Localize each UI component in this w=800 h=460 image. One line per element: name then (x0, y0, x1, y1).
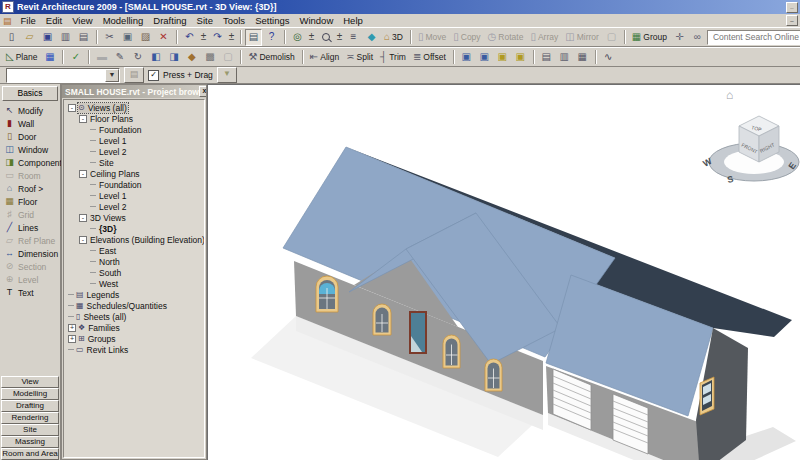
design-bar-header-basics[interactable]: Basics (2, 86, 58, 101)
split-face-2-button[interactable]: ◨ (165, 49, 182, 66)
menu-tools[interactable]: Tools (218, 14, 250, 27)
collapse-icon[interactable]: - (68, 104, 76, 112)
dynamic-view-dropdown[interactable]: ± (307, 29, 316, 46)
tree-item-families[interactable]: +❖Families (64, 322, 204, 333)
eyedropper-button[interactable]: ✎ (111, 49, 128, 66)
menu-edit[interactable]: Edit (41, 14, 67, 27)
element-properties-button[interactable]: ▤ (124, 67, 144, 83)
tree-item-west[interactable]: West (64, 278, 204, 289)
view-compass[interactable]: W S E TOP FRONT RIGHT ⌂ (701, 88, 799, 185)
cut-button[interactable]: ✂ (101, 29, 118, 46)
redo-button[interactable]: ↷ (209, 29, 226, 46)
menu-file[interactable]: File (16, 14, 41, 27)
tree-item-level-1[interactable]: Level 1 (64, 190, 204, 201)
tree-item-south[interactable]: South (64, 267, 204, 278)
demolish-button[interactable]: ⚒Demolish (245, 49, 297, 66)
tree-item-east[interactable]: East (64, 245, 204, 256)
paste-to-level-button[interactable]: ▣ (512, 49, 529, 66)
sidebar-item-dimension[interactable]: ↔Dimension (0, 247, 60, 260)
sidebar-item-lines[interactable]: ╱Lines (0, 221, 60, 234)
tab-massing[interactable]: Massing (1, 436, 59, 448)
sidebar-item-component[interactable]: ◨Component (0, 156, 60, 169)
zoom-dropdown[interactable]: ± (335, 29, 344, 46)
save-button[interactable]: ▣ (39, 29, 56, 46)
tree-item-level-2[interactable]: Level 2 (64, 201, 204, 212)
dynamic-view-button[interactable]: ◎ (289, 29, 306, 46)
tab-rendering[interactable]: Rendering (1, 412, 59, 424)
align-button[interactable]: ⇤Align (307, 49, 342, 66)
collapse-icon[interactable]: - (79, 170, 87, 178)
group-button[interactable]: ▦Group (629, 29, 670, 46)
tree-item-level-1[interactable]: Level 1 (64, 135, 204, 146)
expand-icon[interactable]: + (68, 335, 76, 343)
content-search-box[interactable] (707, 30, 800, 45)
split-button[interactable]: ≍Split (343, 49, 376, 66)
tree-item-ceiling-plans[interactable]: -Ceiling Plans (64, 168, 204, 179)
work-plane-button[interactable]: ◺Plane (3, 49, 40, 66)
tree-item-3d-views[interactable]: -3D Views (64, 212, 204, 223)
collapse-icon[interactable]: - (79, 115, 87, 123)
tree-item-foundation[interactable]: Foundation (64, 124, 204, 135)
close-icon[interactable]: x (199, 86, 206, 97)
spelling-button[interactable]: ✓ (67, 49, 84, 66)
tree-item-legends[interactable]: ▤Legends (64, 289, 204, 300)
press-drag-checkbox[interactable]: ✓ (148, 70, 159, 81)
menu-settings[interactable]: Settings (250, 14, 294, 27)
tab-site[interactable]: Site (1, 424, 59, 436)
sidebar-item-modify[interactable]: ↖Modify (0, 104, 60, 117)
collapse-icon[interactable]: - (79, 236, 87, 244)
sidebar-item-door[interactable]: ▯Door (0, 130, 60, 143)
rotate-small-button[interactable]: ↻ (129, 49, 146, 66)
expand-icon[interactable]: + (68, 324, 76, 332)
edit-cut-profile-button[interactable]: ▤ (538, 49, 555, 66)
content-search-input[interactable] (711, 31, 800, 43)
paste-aligned-button[interactable]: ▣ (476, 49, 493, 66)
menu-help[interactable]: Help (338, 14, 368, 27)
print-preview-button[interactable]: ▥ (57, 29, 74, 46)
view-cube[interactable]: TOP FRONT RIGHT (739, 116, 779, 162)
drawing-area[interactable]: W S E TOP FRONT RIGHT ⌂ (207, 84, 800, 460)
collapse-icon[interactable]: - (79, 214, 87, 222)
menu-site[interactable]: Site (192, 14, 218, 27)
copy-to-clipboard-button[interactable]: ▣ (458, 49, 475, 66)
chevron-down-icon[interactable]: ▼ (105, 69, 119, 82)
menu-window[interactable]: Window (294, 14, 338, 27)
cut-profile-button[interactable]: ▥ (556, 49, 573, 66)
tree-item-sheets-all[interactable]: ▯Sheets (all) (64, 311, 204, 322)
zoom-button[interactable] (317, 29, 334, 46)
paste-button[interactable]: ▨ (137, 29, 154, 46)
tree-item-views-all[interactable]: -⊙Views (all) (64, 102, 204, 113)
type-selector-combo[interactable]: ▼ (6, 68, 120, 83)
restore-window-button[interactable]: _ (786, 15, 798, 26)
copy-to-level-button[interactable]: ▣ (494, 49, 511, 66)
pin-button[interactable]: ✛ (671, 29, 688, 46)
new-button[interactable]: ▯ (3, 29, 20, 46)
3d-view[interactable]: W S E TOP FRONT RIGHT ⌂ (208, 85, 800, 460)
default-3d-box-button[interactable]: ◆ (363, 29, 380, 46)
sidebar-item-wall[interactable]: ▮Wall (0, 117, 60, 130)
measure-button[interactable]: ∿ (600, 49, 617, 66)
copy-button[interactable]: ▣ (119, 29, 136, 46)
tree-item-foundation[interactable]: Foundation (64, 179, 204, 190)
print-button[interactable]: ▤ (75, 29, 92, 46)
tab-drafting[interactable]: Drafting (1, 400, 59, 412)
open-button[interactable]: ▱ (21, 29, 38, 46)
tab-modelling[interactable]: Modelling (1, 388, 59, 400)
tree-item-groups[interactable]: +⊞Groups (64, 333, 204, 344)
tree-item-north[interactable]: North (64, 256, 204, 267)
tree-item-3d[interactable]: {3D} (64, 223, 204, 234)
menu-drafting[interactable]: Drafting (148, 14, 191, 27)
tree-item-site[interactable]: Site (64, 157, 204, 168)
menu-modelling[interactable]: Modelling (98, 14, 149, 27)
properties-button[interactable]: ▤ (245, 29, 262, 46)
filter-icon[interactable]: ▼ (217, 67, 237, 83)
minimize-button[interactable]: _ (786, 2, 798, 13)
view-list-button[interactable]: ≡ (345, 29, 362, 46)
tree-item-revit-links[interactable]: ▭Revit Links (64, 344, 204, 355)
sidebar-item-floor[interactable]: ▦Floor (0, 195, 60, 208)
grid-snap-button[interactable]: ▦ (41, 49, 58, 66)
tree-item-schedules-quantities[interactable]: ▦Schedules/Quantities (64, 300, 204, 311)
offset-button[interactable]: ≣Offset (410, 49, 449, 66)
tree-item-level-2[interactable]: Level 2 (64, 146, 204, 157)
home-icon[interactable]: ⌂ (726, 88, 733, 102)
